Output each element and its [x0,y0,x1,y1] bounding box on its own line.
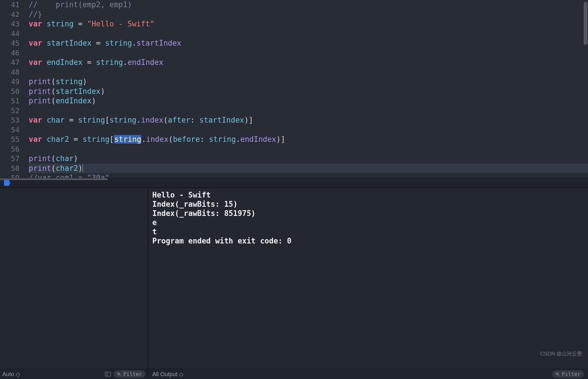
line-number: 49 [0,77,20,87]
code-line[interactable]: var startIndex = string.startIndex [29,38,588,48]
code-token: before [173,135,200,144]
line-number-gutter: 41424344454647484950515253545556575859 [0,0,25,178]
variables-filter-placeholder: Filter [123,371,142,377]
code-token: ( [51,77,56,86]
line-number: 53 [0,115,20,125]
code-line[interactable]: var char = string[string.index(after: st… [29,115,588,125]
code-line[interactable]: //} [29,10,588,20]
code-line[interactable]: print(char) [29,154,588,164]
debug-area: Hello - Swift Index(_rawBits: 15) Index(… [0,188,588,369]
debug-bar [0,178,588,188]
code-line[interactable]: print(char2) [29,164,588,173]
code-line[interactable]: print(startIndex) [29,87,588,96]
code-token: string [83,135,110,144]
code-line[interactable] [29,67,588,77]
line-number: 57 [0,154,20,164]
code-token: . [141,135,146,144]
code-token: = [65,116,78,124]
console-filter-placeholder: Filter [562,371,581,377]
horizontal-scroll-thumb[interactable] [0,178,108,180]
svg-line-7 [558,375,559,376]
code-token [42,20,47,28]
code-line[interactable] [29,48,588,58]
code-token [42,116,47,124]
code-token: ( [51,154,56,163]
code-token: ) [83,77,87,86]
code-token: var [29,39,42,47]
code-line[interactable]: var char2 = string[string.index(before: … [29,135,588,144]
filter-icon [117,372,121,376]
code-token: index [146,135,168,144]
code-area[interactable]: // print(emp2, emp1)//}var string = "Hel… [25,0,588,178]
console-output[interactable]: Hello - Swift Index(_rawBits: 15) Index(… [148,188,588,369]
line-number: 42 [0,10,20,20]
source-editor[interactable]: 41424344454647484950515253545556575859 /… [0,0,588,178]
code-token: var [29,116,42,124]
code-line[interactable]: var endIndex = string.endIndex [29,58,588,67]
code-line[interactable] [29,106,588,116]
breakpoint-toggle-icon[interactable] [4,180,10,186]
code-line[interactable]: print(endIndex) [29,96,588,106]
svg-line-3 [120,375,121,376]
code-line[interactable] [29,144,588,154]
variables-scope-selector[interactable]: Auto ◇ [2,371,20,378]
code-token: )] [276,135,285,144]
sidebar-toggle-icon[interactable] [105,372,111,376]
code-token: char2 [47,135,69,144]
line-number: 52 [0,106,20,116]
code-token: string [96,58,123,67]
code-token: print [29,164,51,173]
line-number: 56 [0,144,20,154]
code-token: . [137,116,141,124]
code-token: after [168,116,190,124]
code-token: endIndex [240,135,276,144]
variables-view[interactable] [0,188,148,369]
xcode-window: 41424344454647484950515253545556575859 /… [0,0,588,379]
line-number: 59 [0,173,20,178]
vertical-scroll-thumb[interactable] [584,2,587,45]
console-filter-input[interactable]: Filter [552,370,584,378]
code-token: = [83,58,96,67]
code-token: // print(emp2, emp1) [29,0,132,9]
line-number: 46 [0,48,20,58]
code-token: string [209,135,236,144]
code-token: ( [168,135,173,144]
line-number: 51 [0,96,20,106]
code-token: = [69,135,83,144]
code-line[interactable]: // print(emp2, emp1) [29,0,588,10]
code-token: string [105,39,132,47]
code-token: //var com1 = "30a" [29,173,110,178]
code-token: ) [78,164,83,173]
code-token: string [47,20,74,28]
code-token: print [29,154,51,163]
watermark-text: CSDN @山河丘壑 [540,350,582,357]
code-token: string [56,77,83,86]
code-token: print [29,96,51,105]
variables-filter-input[interactable]: Filter [114,370,145,378]
output-scope-selector[interactable]: All Output ◇ [152,371,183,378]
code-token: var [29,58,42,67]
code-token: ( [51,96,56,105]
code-token: string [78,116,105,124]
code-token: char2 [56,164,78,173]
code-line[interactable]: print(string) [29,77,588,87]
code-token: endIndex [127,58,163,67]
code-token: )] [244,116,253,124]
code-token: = [74,20,87,28]
code-token: [ [110,135,114,144]
line-number: 55 [0,135,20,144]
code-line[interactable]: var string = "Hello - Swift" [29,19,588,29]
code-token [42,39,47,47]
code-token: ( [51,87,56,96]
vertical-scrollbar[interactable] [584,0,587,178]
code-line[interactable] [29,29,588,39]
code-token: startIndex [137,39,182,47]
code-token: var [29,20,42,28]
code-token: "Hello - Swift" [87,20,155,28]
code-token: : [190,116,199,124]
code-token: string [114,135,141,144]
code-token [42,135,47,144]
code-token: = [91,39,105,47]
code-line[interactable]: //var com1 = "30a" [29,173,588,178]
code-line[interactable] [29,125,588,135]
